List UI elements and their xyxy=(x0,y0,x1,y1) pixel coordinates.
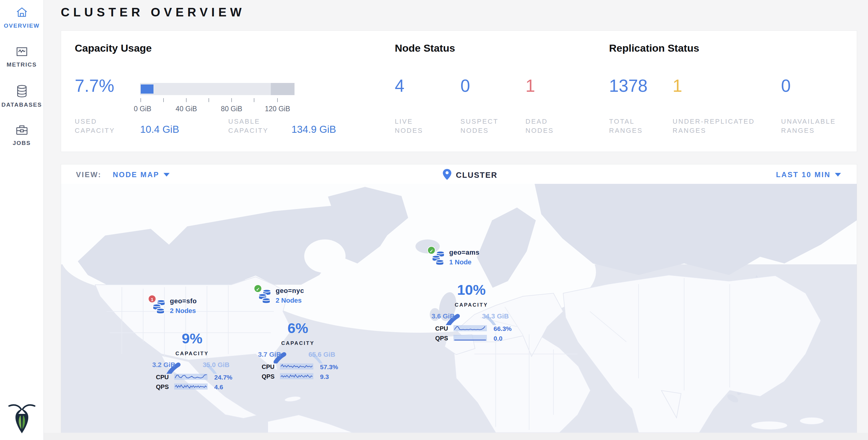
time-range-dropdown[interactable]: LAST 10 MIN xyxy=(776,170,841,179)
unavailable-ranges-value: 0 xyxy=(781,76,791,96)
view-dropdown-value: NODE MAP xyxy=(113,170,159,179)
node-status-title: Node Status xyxy=(395,42,455,54)
dead-nodes-value: 1 xyxy=(525,76,535,96)
axis-tick xyxy=(231,98,232,102)
breadcrumb: CLUSTER xyxy=(442,169,452,181)
healthy-check-badge: ✓ xyxy=(254,284,262,293)
locality-used-capacity: 3.7 GiB xyxy=(258,351,281,358)
sidebar-item-jobs[interactable]: JOBS xyxy=(0,124,43,147)
locality-usable-capacity: 34.3 GiB xyxy=(482,312,509,320)
locality-sfo[interactable]: 1 geo=sfo 2 Nodes xyxy=(148,295,242,397)
databases-icon xyxy=(16,85,28,99)
qps-sparkline xyxy=(174,383,208,390)
qps-value: 4.6 xyxy=(214,383,223,391)
map-toolbar: VIEW: NODE MAP CLUSTER LAST 10 MIN xyxy=(61,164,857,184)
suspect-nodes-label: SUSPECT NODES xyxy=(460,117,509,135)
replication-status-title: Replication Status xyxy=(609,42,699,54)
axis-tick-label: 120 GiB xyxy=(265,105,290,113)
sidebar-item-metrics[interactable]: METRICS xyxy=(0,45,43,68)
total-ranges-value: 1378 xyxy=(609,76,648,96)
axis-tick xyxy=(186,98,187,102)
dead-node-count-badge: 1 xyxy=(148,295,156,303)
capacity-percent: 6% xyxy=(254,320,342,336)
cpu-sparkline xyxy=(280,363,313,370)
caret-down-icon xyxy=(835,173,841,177)
healthy-check-badge: ✓ xyxy=(427,246,436,254)
qps-sparkline xyxy=(454,334,487,342)
capacity-bar xyxy=(140,83,294,95)
jobs-icon xyxy=(16,124,28,137)
locality-name: geo=nyc xyxy=(276,287,304,295)
capacity-gauge-label: CAPACITY xyxy=(427,302,516,308)
cpu-label: CPU xyxy=(156,374,169,381)
qps-label: QPS xyxy=(156,383,169,390)
live-nodes-value: 4 xyxy=(395,76,405,96)
caret-down-icon xyxy=(163,173,169,177)
qps-value: 0.0 xyxy=(494,335,502,342)
capacity-percent: 10% xyxy=(427,281,516,298)
under-replicated-ranges-value: 1 xyxy=(673,76,682,96)
locality-used-capacity: 3.6 GiB xyxy=(432,312,455,320)
live-nodes-label: LIVE NODES xyxy=(395,117,437,135)
qps-label: QPS xyxy=(262,373,274,380)
locality-name: geo=sfo xyxy=(170,297,197,305)
cpu-sparkline xyxy=(174,373,208,380)
cpu-value: 66.3% xyxy=(494,325,512,333)
used-capacity-value: 10.4 GiB xyxy=(140,124,179,135)
axis-tick xyxy=(254,98,254,102)
metrics-icon xyxy=(16,45,28,59)
suspect-nodes-value: 0 xyxy=(460,76,470,96)
view-dropdown[interactable]: NODE MAP xyxy=(113,170,169,179)
cockroach-logo xyxy=(7,403,36,436)
capacity-gauge-label: CAPACITY xyxy=(254,340,342,346)
page-title: CLUSTER OVERVIEW xyxy=(61,5,245,19)
sidebar: OVERVIEW METRICS DATABASES xyxy=(0,0,44,440)
sidebar-item-label: METRICS xyxy=(0,61,43,68)
summary-card: Capacity Usage 7.7% 0 GiB 40 GiB 80 GiB … xyxy=(61,30,857,152)
capacity-bar-reserved-fill xyxy=(271,83,294,95)
sidebar-item-databases[interactable]: DATABASES xyxy=(0,85,43,108)
axis-tick xyxy=(163,98,164,102)
under-replicated-ranges-label: UNDER-REPLICATED RANGES xyxy=(673,117,773,135)
capacity-used-percent: 7.7% xyxy=(75,76,114,96)
axis-tick xyxy=(209,98,209,102)
qps-value: 9.3 xyxy=(320,373,329,380)
locality-name: geo=ams xyxy=(449,249,479,256)
cpu-sparkline xyxy=(454,324,487,332)
usable-capacity-value: 134.9 GiB xyxy=(291,124,336,135)
qps-sparkline xyxy=(280,373,313,380)
map-pin-icon xyxy=(442,176,452,181)
capacity-percent: 9% xyxy=(148,330,236,347)
view-label: VIEW: xyxy=(76,170,101,179)
capacity-usage-title: Capacity Usage xyxy=(75,42,152,54)
axis-tick xyxy=(141,98,141,102)
node-map-card: VIEW: NODE MAP CLUSTER LAST 10 MIN xyxy=(61,164,857,433)
cpu-value: 24.7% xyxy=(214,374,232,381)
total-ranges-label: TOTAL RANGES xyxy=(609,117,655,135)
usable-capacity-label: USABLE CAPACITY xyxy=(228,117,286,135)
dead-nodes-label: DEAD NODES xyxy=(525,117,568,135)
cpu-value: 57.3% xyxy=(320,364,338,371)
locality-nyc[interactable]: ✓ geo=nyc 2 Nodes xyxy=(254,284,348,386)
locality-used-capacity: 3.2 GiB xyxy=(152,361,175,369)
axis-tick-label: 80 GiB xyxy=(221,105,242,113)
used-capacity-label: USED CAPACITY xyxy=(75,117,126,135)
qps-label: QPS xyxy=(435,335,448,342)
breadcrumb-cluster-label: CLUSTER xyxy=(456,170,498,180)
locality-usable-capacity: 65.6 GiB xyxy=(308,351,335,358)
locality-usable-capacity: 35.0 GiB xyxy=(203,361,229,369)
axis-tick-label: 0 GiB xyxy=(134,105,151,113)
axis-tick-label: 40 GiB xyxy=(176,105,197,113)
locality-ams[interactable]: ✓ geo=ams 1 Node xyxy=(427,246,522,348)
time-range-value: LAST 10 MIN xyxy=(776,170,831,179)
sidebar-item-label: OVERVIEW xyxy=(0,23,43,29)
capacity-bar-used-fill xyxy=(141,85,153,94)
axis-tick xyxy=(277,98,278,102)
sidebar-item-label: JOBS xyxy=(0,140,43,147)
home-icon xyxy=(16,7,28,20)
unavailable-ranges-label: UNAVAILABLE RANGES xyxy=(781,117,854,135)
page-bottom-strip xyxy=(0,433,868,440)
sidebar-item-overview[interactable]: OVERVIEW xyxy=(0,7,43,29)
sidebar-item-label: DATABASES xyxy=(0,101,43,108)
world-map[interactable]: 1 geo=sfo 2 Nodes xyxy=(61,184,857,433)
